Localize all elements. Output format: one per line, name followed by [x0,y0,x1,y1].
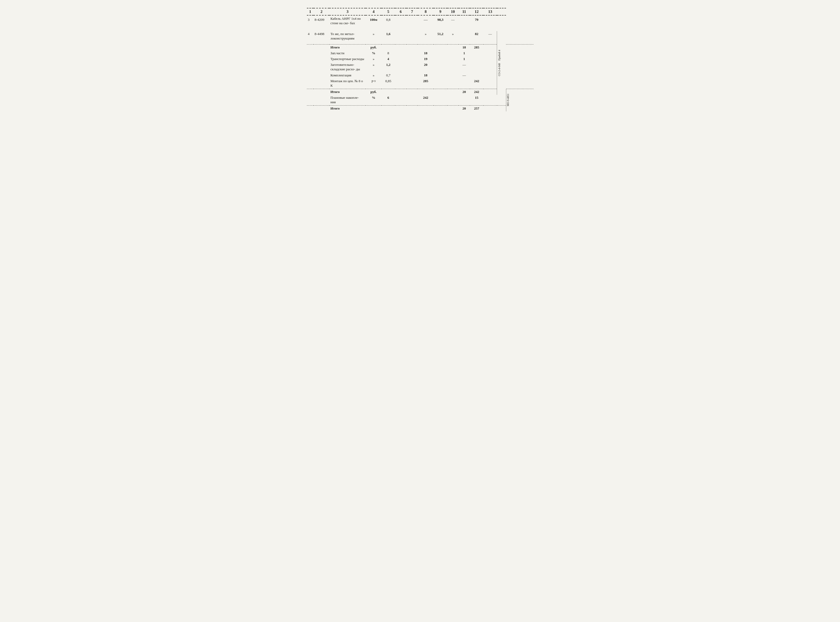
detail1-label: Зап.части [329,50,366,56]
header-col1: 1 [307,8,314,15]
header-col9: 9 [434,8,447,15]
subtotal1-spacer2 [381,44,447,50]
detail4-col9 [434,72,447,78]
detail3-col12 [470,62,483,72]
detail3-col13 [483,62,497,72]
cell-row1-col4: 100м [366,15,381,31]
detail4-unit: » [366,72,381,78]
cell-row1-col2: 8-4209 [314,15,329,31]
detail1-col10 [447,50,459,56]
header-col7: 7 [406,8,418,15]
cell-row2-col1: 4 [307,31,314,44]
subtotal2-label: Итого [329,89,366,95]
subtotal1-col11: 18 [459,44,470,50]
cell-row1-col14 [497,15,506,31]
subtotal2-col11: 20 [459,89,470,95]
detail4-spacer [307,72,329,78]
total-col12: 257 [470,105,483,111]
detail6-col8: 242 [418,95,434,105]
cell-row2-col3: То же, по метал- локонструкциям [329,31,366,44]
detail6-spacer2 [395,95,418,105]
detail3-label: Заготовительно- складские расхо- ды [329,62,366,72]
detail2-spacer [307,56,329,62]
header-col8: 8 [418,8,434,15]
detail3-col9 [434,62,447,72]
detail4-col8: 18 [418,72,434,78]
detail1-col8: 18 [418,50,434,56]
side-label-2: Прибой 4 [498,50,500,61]
cell-row1-col5: 0,8 [381,15,395,31]
detail1-col12 [470,50,483,56]
main-table: 1 2 3 4 5 6 7 8 9 10 11 12 13 3 8-4209 К [307,8,534,111]
header-col11: 11 [459,8,470,15]
detail2-col10 [447,56,459,62]
subtotal1-col13 [483,44,497,50]
subtotal2-col14: МО-9-4851 [506,89,533,111]
detail5-col13 [483,78,497,89]
table-row: 3 8-4209 Кабель АНРГ 1х4 по стене на ске… [307,15,534,31]
cell-row2-col4: » [366,31,381,44]
detail5-col11 [459,78,470,89]
header-col4: 4 [366,8,381,15]
detail4-val5: 0,7 [381,72,395,78]
header-col13: 13 [483,8,497,15]
cell-row1-col13 [483,15,497,31]
header-col10: 10 [447,8,459,15]
detail3-spacer [307,62,329,72]
total-row: Итого 20 257 [307,105,534,111]
header-col5: 5 [381,8,395,15]
detail4-label: Комплектация [329,72,366,78]
total-spacer [307,105,329,111]
subtotal2-unit: руб. [366,89,381,95]
cell-row2-col2: 8-4498 [314,31,329,44]
total-label: Итого [329,105,366,111]
detail6-unit: % [366,95,381,105]
cell-row2-col5: 1,6 [381,31,395,44]
cell-row1-col6 [395,15,406,31]
detail6-col12: 15 [470,95,483,105]
cell-row2-col9: 51,2 [434,31,447,44]
detail5-col8: 285 [418,78,434,89]
subtotal1-col12: 285 [470,44,483,50]
detail2-col9 [434,56,447,62]
subtotal2-spacer2 [381,89,447,95]
detail3-col8: 20 [418,62,434,72]
detail2-col12 [470,56,483,62]
subtotal2-col13 [483,89,497,95]
detail1-col13 [483,50,497,56]
detail1-col9 [434,50,447,56]
header-col6: 6 [395,8,406,15]
total-col13 [483,105,497,111]
detail6-col11 [459,95,470,105]
cell-row1-col8: — [418,15,434,31]
detail2-col8: 19 [418,56,434,62]
cell-row2-col12: 82 [470,31,483,44]
detail5-col12: 242 [470,78,483,89]
cell-row2-col11 [459,31,470,44]
detail5-col9 [434,78,447,89]
detail2-unit: » [366,56,381,62]
detail1-spacer [307,50,329,56]
cell-row1-col7 [406,15,418,31]
side-label-3: МО-9-4851 [506,94,509,107]
subtotal2-col10 [447,89,459,95]
detail4-col10 [447,72,459,78]
detail5-spacer2 [395,78,418,89]
cell-row1-col10: — [447,15,459,31]
detail3-spacer2 [395,62,418,72]
detail2-label: Транспортные расходы [329,56,366,62]
subtotal1-unit: руб. [366,44,381,50]
detail4-col12 [470,72,483,78]
detail3-unit: » [366,62,381,72]
cell-row1-col3: Кабель АНРГ 1х4 по стене на ске- бах [329,15,366,31]
header-col2: 2 [314,8,329,15]
detail1-col11: 1 [459,50,470,56]
cell-row2-col7 [406,31,418,44]
cell-row2-col10: » [447,31,459,44]
detail1-val5: 8 [381,50,395,56]
subtotal2-spacer [307,89,329,95]
header-col3: 3 [329,8,366,15]
table-header: 1 2 3 4 5 6 7 8 9 10 11 12 13 [307,8,534,15]
detail-row-6: Плановые накопле- ния % 6 242 15 [307,95,534,105]
table-row: 4 8-4498 То же, по метал- локонструкциям… [307,31,534,44]
